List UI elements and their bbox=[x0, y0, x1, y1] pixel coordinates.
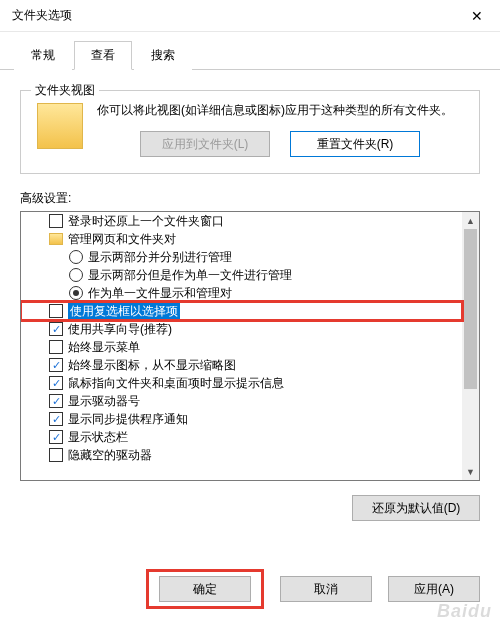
group-title: 文件夹视图 bbox=[31, 82, 99, 99]
tab-general[interactable]: 常规 bbox=[14, 41, 72, 70]
window-title: 文件夹选项 bbox=[12, 7, 454, 24]
list-item[interactable]: 始终显示菜单 bbox=[21, 338, 462, 356]
checkbox-icon[interactable]: ✓ bbox=[49, 394, 63, 408]
list-item-label: 隐藏空的驱动器 bbox=[68, 447, 152, 464]
tab-content: 文件夹视图 你可以将此视图(如详细信息或图标)应用于这种类型的所有文件夹。 应用… bbox=[0, 70, 500, 521]
list-item[interactable]: ✓显示状态栏 bbox=[21, 428, 462, 446]
list-item-label: 鼠标指向文件夹和桌面项时显示提示信息 bbox=[68, 375, 284, 392]
list-item[interactable]: 显示两部分但是作为单一文件进行管理 bbox=[21, 266, 462, 284]
list-item[interactable]: 隐藏空的驱动器 bbox=[21, 446, 462, 464]
radio-icon[interactable] bbox=[69, 250, 83, 264]
list-item[interactable]: ✓使用共享向导(推荐) bbox=[21, 320, 462, 338]
checkbox-icon[interactable]: ✓ bbox=[49, 412, 63, 426]
close-button[interactable]: ✕ bbox=[454, 0, 500, 32]
list-item-label: 始终显示图标，从不显示缩略图 bbox=[68, 357, 236, 374]
list-item-label: 使用复选框以选择项 bbox=[68, 303, 180, 320]
list-item[interactable]: 登录时还原上一个文件夹窗口 bbox=[21, 212, 462, 230]
scroll-thumb[interactable] bbox=[464, 229, 477, 389]
ok-highlight: 确定 bbox=[146, 569, 264, 609]
list-item[interactable]: ✓显示驱动器号 bbox=[21, 392, 462, 410]
reset-folders-button[interactable]: 重置文件夹(R) bbox=[290, 131, 420, 157]
tab-search[interactable]: 搜索 bbox=[134, 41, 192, 70]
title-bar: 文件夹选项 ✕ bbox=[0, 0, 500, 32]
folder-mini-icon bbox=[49, 233, 63, 245]
list-item-label: 显示状态栏 bbox=[68, 429, 128, 446]
list-item[interactable]: ✓显示同步提供程序通知 bbox=[21, 410, 462, 428]
list-item-label: 使用共享向导(推荐) bbox=[68, 321, 172, 338]
checkbox-icon[interactable]: ✓ bbox=[49, 358, 63, 372]
apply-to-folders-button[interactable]: 应用到文件夹(L) bbox=[140, 131, 270, 157]
checkbox-icon[interactable]: ✓ bbox=[49, 376, 63, 390]
checkbox-icon[interactable] bbox=[49, 448, 63, 462]
list-item-label: 始终显示菜单 bbox=[68, 339, 140, 356]
list-item[interactable]: 管理网页和文件夹对 bbox=[21, 230, 462, 248]
folder-views-group: 文件夹视图 你可以将此视图(如详细信息或图标)应用于这种类型的所有文件夹。 应用… bbox=[20, 90, 480, 174]
scroll-track[interactable] bbox=[462, 229, 479, 463]
tab-view[interactable]: 查看 bbox=[74, 41, 132, 70]
scroll-up-icon[interactable]: ▲ bbox=[462, 212, 479, 229]
list-item-label: 显示两部分但是作为单一文件进行管理 bbox=[88, 267, 292, 284]
radio-icon[interactable] bbox=[69, 268, 83, 282]
checkbox-icon[interactable] bbox=[49, 304, 63, 318]
list-item-label: 显示驱动器号 bbox=[68, 393, 140, 410]
advanced-label: 高级设置: bbox=[20, 190, 480, 207]
close-icon: ✕ bbox=[471, 8, 483, 24]
checkbox-icon[interactable] bbox=[49, 214, 63, 228]
checkbox-icon[interactable] bbox=[49, 340, 63, 354]
restore-defaults-button[interactable]: 还原为默认值(D) bbox=[352, 495, 480, 521]
scroll-down-icon[interactable]: ▼ bbox=[462, 463, 479, 480]
list-item-label: 管理网页和文件夹对 bbox=[68, 231, 176, 248]
tab-strip: 常规 查看 搜索 bbox=[0, 32, 500, 70]
list-item-label: 登录时还原上一个文件夹窗口 bbox=[68, 213, 224, 230]
apply-button[interactable]: 应用(A) bbox=[388, 576, 480, 602]
list-item[interactable]: ✓始终显示图标，从不显示缩略图 bbox=[21, 356, 462, 374]
dialog-buttons: 确定 取消 应用(A) bbox=[0, 568, 500, 626]
list-item[interactable]: 使用复选框以选择项 bbox=[21, 302, 462, 320]
ok-button[interactable]: 确定 bbox=[159, 576, 251, 602]
list-item[interactable]: ✓鼠标指向文件夹和桌面项时显示提示信息 bbox=[21, 374, 462, 392]
list-item[interactable]: 作为单一文件显示和管理对 bbox=[21, 284, 462, 302]
advanced-settings-list[interactable]: 登录时还原上一个文件夹窗口管理网页和文件夹对显示两部分并分别进行管理显示两部分但… bbox=[20, 211, 480, 481]
list-item[interactable]: 显示两部分并分别进行管理 bbox=[21, 248, 462, 266]
list-item-label: 作为单一文件显示和管理对 bbox=[88, 285, 232, 302]
folder-views-desc: 你可以将此视图(如详细信息或图标)应用于这种类型的所有文件夹。 bbox=[97, 101, 463, 119]
checkbox-icon[interactable]: ✓ bbox=[49, 322, 63, 336]
folder-icon bbox=[37, 103, 83, 149]
radio-icon[interactable] bbox=[69, 286, 83, 300]
checkbox-icon[interactable]: ✓ bbox=[49, 430, 63, 444]
cancel-button[interactable]: 取消 bbox=[280, 576, 372, 602]
list-item-label: 显示同步提供程序通知 bbox=[68, 411, 188, 428]
list-item-label: 显示两部分并分别进行管理 bbox=[88, 249, 232, 266]
scrollbar[interactable]: ▲ ▼ bbox=[462, 212, 479, 480]
